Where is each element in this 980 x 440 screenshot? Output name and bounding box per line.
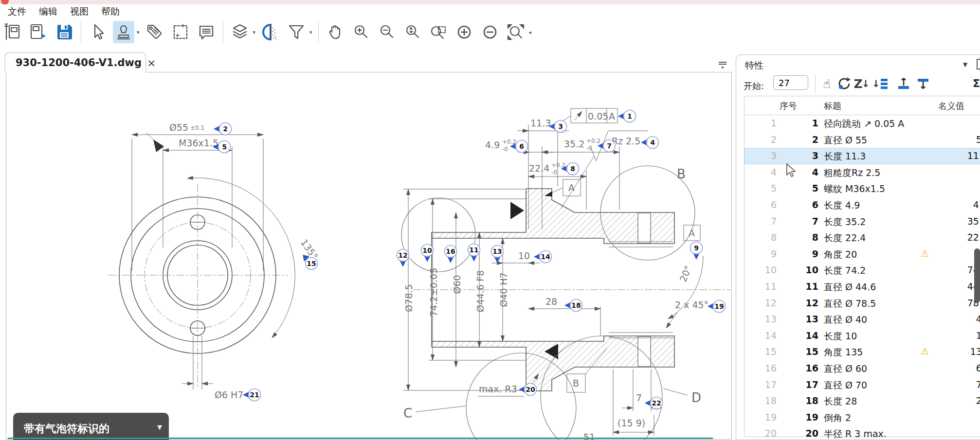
start-number-input[interactable] <box>773 75 808 90</box>
pick-tool-button[interactable]: ☝ <box>818 74 835 93</box>
properties-collapse-caret[interactable]: ▼ <box>963 61 967 68</box>
tag-tool-button[interactable] <box>144 21 165 43</box>
filter-icon <box>287 22 306 42</box>
zoom-out-button[interactable] <box>376 21 398 43</box>
table-row[interactable]: 1111直径 Ø 44.644.6 <box>744 279 980 295</box>
tab-close-icon[interactable]: × <box>147 57 156 69</box>
new-document-button[interactable] <box>2 21 23 43</box>
row-number: 13 <box>783 314 818 324</box>
column-header-index[interactable]: 序号 <box>780 100 797 112</box>
row-title: 半径 R 3 max. <box>824 428 887 440</box>
table-row[interactable]: 77长度 35.235.2 <box>744 213 980 230</box>
table-row[interactable]: 1313直径 Ø 4040 <box>744 311 980 328</box>
select-cursor-button[interactable] <box>87 21 109 43</box>
column-header-title[interactable]: 标题 <box>824 100 841 112</box>
zoom-in-icon <box>352 23 370 41</box>
svg-text:8: 8 <box>570 165 575 173</box>
balloon-12[interactable]: 12 <box>397 249 409 267</box>
balloon-22[interactable]: 22 <box>645 397 663 409</box>
table-row[interactable]: 1212直径 Ø 78.578.5 <box>744 295 980 312</box>
move-to-bottom-button[interactable]: ↓ <box>914 74 932 93</box>
popup-collapse-caret[interactable]: ▼ <box>157 423 162 431</box>
svg-text:-0: -0 <box>502 146 508 153</box>
decrease-button[interactable] <box>479 21 501 43</box>
table-row[interactable]: 1515角度 135⚠135 <box>744 344 980 360</box>
balloon-13[interactable]: 13 <box>491 246 504 264</box>
svg-text:4: 4 <box>650 139 655 146</box>
zoom-window-button[interactable] <box>428 21 449 43</box>
column-header-value[interactable]: 名义值 <box>938 100 964 112</box>
menu-item-4[interactable]: 帮助 <box>101 5 120 18</box>
increase-button[interactable] <box>454 21 475 43</box>
sort-z-button[interactable]: Z↓ <box>853 74 871 93</box>
table-row[interactable]: 2020半径 R 3 max. <box>744 425 980 440</box>
zoom-dynamic-icon <box>403 23 422 41</box>
menu-item-1[interactable]: 文件 <box>8 5 26 18</box>
panel-dock-icon[interactable] <box>977 59 980 70</box>
toolbar-collapse-caret[interactable]: ◂ <box>529 29 532 35</box>
stamp-tool-button[interactable] <box>113 21 134 43</box>
table-row[interactable]: 33长度 11.311.3 <box>744 148 980 164</box>
balloon-16[interactable]: 16 <box>445 246 457 264</box>
svg-text:13: 13 <box>492 247 502 255</box>
table-row[interactable]: 1010长度 74.274.2 <box>744 262 980 279</box>
minus-circle-icon <box>481 23 499 41</box>
balloon-4[interactable]: 4 <box>641 137 659 149</box>
balloon-18[interactable]: 18 <box>564 299 582 312</box>
balloon-2[interactable]: 2 <box>214 123 232 135</box>
drawing-canvas[interactable]: Ø55 ±0.1 M36x1.5 135° Ø6 H7 <box>6 72 732 440</box>
renumber-button[interactable] <box>835 74 853 93</box>
layers-dropdown-caret[interactable]: ▾ <box>253 29 256 35</box>
comment-button[interactable] <box>196 21 217 43</box>
row-title: 角度 135 <box>824 346 863 359</box>
row-title: 长度 35.2 <box>824 216 866 229</box>
menu-item-3[interactable]: 视图 <box>70 5 89 18</box>
layers-button[interactable] <box>229 21 251 43</box>
zoom-in-button[interactable] <box>350 21 372 43</box>
table-row[interactable]: 1717直径 Ø 7070 <box>744 377 980 393</box>
move-to-top-button[interactable]: ↑ <box>895 74 912 93</box>
row-title: 长度 74.2 <box>824 264 866 277</box>
row-title: 直径 Ø 78.5 <box>824 298 876 310</box>
row-number: 7 <box>783 216 818 227</box>
pan-button[interactable] <box>325 21 346 43</box>
select-region-button[interactable] <box>170 21 191 43</box>
table-row[interactable]: 55螺纹 M36x1.5 <box>744 180 980 197</box>
balloon-19[interactable]: 19 <box>708 300 726 313</box>
scrollbar-thumb[interactable] <box>974 248 980 303</box>
row-index: 15 <box>744 346 777 357</box>
table-row[interactable]: 99角度 20⚠20 <box>744 246 980 263</box>
save-button[interactable] <box>54 21 75 43</box>
zoom-extents-button[interactable] <box>505 21 526 43</box>
filter-button[interactable] <box>286 21 307 43</box>
filter-dropdown-caret[interactable]: ▾ <box>309 29 312 35</box>
balloon-20[interactable]: 20 <box>519 384 537 396</box>
table-row[interactable]: 1919倒角 22 <box>744 409 980 426</box>
balloon-21[interactable]: 21 <box>243 389 261 401</box>
sort-list-button[interactable]: ↓ <box>871 74 889 93</box>
table-row[interactable]: 66长度 4.94.9 <box>744 197 980 213</box>
zoom-dynamic-button[interactable] <box>402 21 423 43</box>
balloon-1[interactable]: 1 <box>618 110 636 123</box>
svg-text:74.2±0.05: 74.2±0.05 <box>428 268 439 317</box>
menu-item-2[interactable]: 编辑 <box>39 5 57 18</box>
balloon-11[interactable]: 11 <box>468 244 480 262</box>
tag-icon <box>145 23 164 41</box>
stamp-dropdown-caret[interactable]: ▾ <box>137 29 140 35</box>
properties-table: 序号 标题 名义值 11径向跳动 ↗ 0.05 A22直径 Ø 555533长度… <box>744 96 980 437</box>
table-row[interactable]: 44粗糙度Rz 2.5 <box>744 164 980 181</box>
sum-button[interactable]: Σ <box>973 77 980 89</box>
balloon-14[interactable]: 14 <box>534 251 552 263</box>
document-tab[interactable]: 930-1200-406-V1.dwg × <box>5 53 146 72</box>
table-row[interactable]: 1616直径 Ø 6060 <box>744 360 980 377</box>
table-row[interactable]: 22直径 Ø 5555 <box>744 132 980 148</box>
table-row[interactable]: 1414长度 1010 <box>744 328 980 344</box>
compare-halves-button[interactable] <box>260 21 281 43</box>
balloon-9[interactable]: 9 <box>690 242 703 260</box>
svg-text:A: A <box>609 111 615 122</box>
table-row[interactable]: 1818长度 2828 <box>744 393 980 409</box>
table-row[interactable]: 88长度 22.422.4 <box>744 229 980 246</box>
table-row[interactable]: 11径向跳动 ↗ 0.05 A <box>744 115 980 132</box>
open-document-button[interactable] <box>28 21 49 43</box>
canvas-options-icon[interactable]: ▾ <box>717 60 728 73</box>
